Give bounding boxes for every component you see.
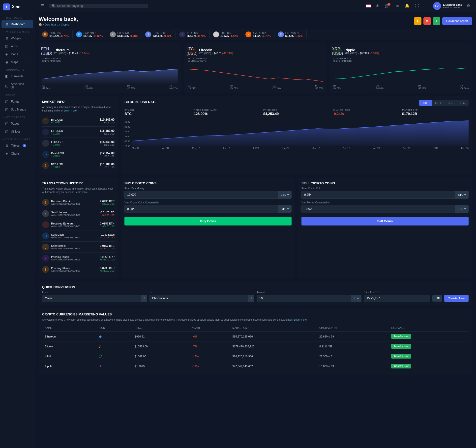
breadcrumb: 🏠 / Dashboard / Crypto	[39, 23, 78, 26]
sidebar-item-icons[interactable]: ◈ Icons	[1, 50, 33, 58]
sidebar-item-elements[interactable]: ◧ Elements ›	[1, 72, 33, 80]
to-select[interactable]: ▾	[248, 295, 254, 302]
table-transfer-btn[interactable]: Transfer Now	[391, 364, 411, 368]
download-icon-btn[interactable]: ⬇	[414, 17, 421, 25]
search-input[interactable]	[57, 4, 146, 8]
to-input[interactable]	[149, 295, 249, 302]
ticker-item[interactable]: Ξ ETH / USDT $34.625 -0.32%	[142, 30, 176, 38]
arrow-charts: ›	[30, 152, 30, 155]
table-cell-icon: ⬡	[96, 351, 132, 361]
sidebar-item-forms[interactable]: ◱ Forms ›	[1, 98, 33, 105]
sun-icon[interactable]: ☀	[374, 2, 381, 10]
table-cell-marketcap: $179,470,305,923	[230, 341, 317, 351]
sidebar-item-advanced-ui[interactable]: ◫ Advanced UI ›	[1, 80, 33, 91]
table-transfer-btn[interactable]: Transfer Now	[391, 334, 411, 339]
table-transfer-btn[interactable]: Transfer Now	[391, 344, 411, 349]
user-info[interactable]: EZ Elizabeth Zane Premium Member	[433, 2, 462, 10]
ticker-price: $34.625 -0.32%	[153, 34, 172, 37]
sidebar-label-pages: Pages	[11, 122, 19, 125]
chart-label: Mar '12	[132, 147, 140, 149]
rate-tab-btg[interactable]: BTG	[456, 100, 469, 106]
tf-item[interactable]: 1M-17.15%	[272, 84, 281, 89]
ticker-item[interactable]: X XMR / EUR $4.325 -0.78%	[242, 30, 274, 38]
buy-coins-btn[interactable]: Buy Coins	[124, 217, 292, 225]
table-cell-change: -11%	[190, 351, 230, 361]
from-select[interactable]: ▾	[141, 295, 147, 302]
tf-item[interactable]: 1D-12.24%	[42, 84, 51, 89]
sell-currency-select[interactable]: USD ▾	[455, 205, 469, 213]
coin-info: Dash/USD + 2.04%	[51, 152, 64, 157]
amount-input[interactable]	[257, 295, 351, 302]
sidebar-item-apps[interactable]: ◫ Apps ›	[1, 42, 33, 50]
table-header-cell: ICON	[96, 325, 132, 332]
flag-icon[interactable]	[366, 4, 371, 8]
expand-icon[interactable]: ⛶	[413, 2, 421, 10]
transfer-now-btn[interactable]: Transfer Now	[444, 295, 469, 302]
sidebar-item-dashboard[interactable]: ⊟ Dashboard	[1, 20, 33, 28]
market-coins-list: ₿ BTC/USD + 2.04% $10,245.00 340.5 USD Ξ…	[42, 115, 115, 171]
converted-currency-select[interactable]: BTC ▾	[278, 205, 292, 213]
coin-input[interactable]	[301, 191, 455, 199]
ticker-item[interactable]: B BCN / INR $15.425 -0.78%	[39, 30, 73, 38]
coin-price-sub: 368.2 USD	[100, 144, 115, 146]
tf-item[interactable]: 1Y-50.34%	[460, 84, 469, 89]
ticker-item[interactable]: D Dash / INR $5.125 -11.85%	[73, 30, 107, 38]
search-box[interactable]: 🔍	[49, 4, 148, 8]
hamburger-icon[interactable]: ☰	[39, 2, 46, 10]
quick-conversion-panel: QUICK CONVERSION From ▾ To ▾	[39, 282, 472, 306]
tf-item[interactable]: 1M-42.12%	[418, 84, 426, 89]
logo[interactable]: ✦ Xino	[0, 0, 35, 14]
rate-tab-eth[interactable]: ETH	[432, 100, 444, 106]
settings-icon[interactable]: ⚙	[465, 2, 472, 10]
tf-item[interactable]: 1M-15.21%	[127, 84, 135, 89]
breadcrumb-crypto[interactable]: Crypto	[61, 23, 69, 26]
download-report-btn[interactable]: Download report	[442, 17, 472, 25]
mail-icon[interactable]: ✉	[393, 2, 401, 10]
ticker-item[interactable]: Ξ ETH / USDT $5.525 -1.32%	[274, 30, 307, 38]
sell-converted-input[interactable]	[301, 205, 455, 213]
tf-item[interactable]: 1D-14.32%	[333, 84, 341, 89]
transactions-list: ₿ Received Bitcoin Wallet: 03E2SDAEYWZXB…	[42, 197, 115, 275]
tf-item[interactable]: 1W-16.48%	[85, 84, 93, 89]
sidebar-item-tables[interactable]: ⊟ Tables 3 ›	[1, 142, 33, 149]
tf-item[interactable]: 1D-15.24%	[188, 84, 196, 89]
ticker-item[interactable]: I IOTA / USD $67.325 -0.78%	[176, 30, 210, 38]
coin-currency-select[interactable]: BTC ▾	[455, 191, 469, 199]
market-learn-more[interactable]: Learn more	[64, 109, 77, 112]
converted-input[interactable]	[124, 205, 278, 213]
sell-coins-btn[interactable]: Sell Coins	[301, 217, 469, 225]
trans-usd-amount: +$24.00 USD	[100, 225, 115, 227]
add-btn[interactable]: +	[433, 17, 440, 25]
tf-item[interactable]: 1Y-30.23%	[315, 84, 323, 89]
tf-item[interactable]: 1Y-40.17%	[169, 84, 178, 89]
table-transfer-btn[interactable]: Transfer Now	[391, 354, 411, 359]
rate-tab-bth[interactable]: BTH	[419, 100, 432, 106]
from-input[interactable]	[42, 295, 141, 302]
ticker-change: -0.32%	[163, 34, 172, 37]
rate-tab-ltc[interactable]: LTC	[444, 100, 456, 106]
trans-learn-more[interactable]: Learn more	[75, 191, 88, 194]
sidebar-item-charts[interactable]: ◈ Charts ›	[1, 150, 33, 157]
sidebar-item-utilities[interactable]: ◲ Utilities ›	[1, 128, 33, 135]
tf-item[interactable]: 1W-24.39%	[375, 84, 384, 89]
tf-item[interactable]: 1W-24.68%	[230, 84, 238, 89]
rate-stat-value: $179.12B	[402, 112, 469, 116]
settings-action-btn[interactable]: ♻	[423, 17, 431, 25]
money-currency-select[interactable]: USD ▾	[278, 191, 292, 199]
sidebar-item-widgets[interactable]: ⊞ Widgets ›	[1, 34, 33, 42]
logo-icon: ✦	[3, 3, 10, 10]
table-learn-more[interactable]: Learn more	[294, 318, 307, 321]
bell-icon[interactable]: 🔔	[403, 2, 411, 10]
buy-crypto-panel: BUY CRYPTO COINS Enter Your Money USD ▾ …	[121, 178, 295, 278]
ticker-item[interactable]: € EUR / INR $135.425 -0.78%	[106, 30, 142, 38]
price-btc-value: 15,25,457	[364, 295, 430, 302]
sidebar-item-pages[interactable]: ◳ Pages ›	[1, 120, 33, 127]
cart-icon[interactable]: 🛒1	[384, 2, 391, 10]
sidebar-item-submenus[interactable]: ◰ Sub Menus ›	[1, 106, 33, 113]
sidebar-item-maps[interactable]: ◉ Maps ›	[1, 58, 33, 66]
money-input[interactable]	[124, 191, 278, 199]
ticker-item[interactable]: Ł LTC / USD $7.525 -1.42%	[210, 30, 242, 38]
breadcrumb-dashboard[interactable]: Dashboard	[45, 23, 58, 26]
table-header-cell: EXCHANGE	[389, 325, 469, 332]
menu-icon[interactable]: ⋮⋮	[423, 2, 431, 10]
